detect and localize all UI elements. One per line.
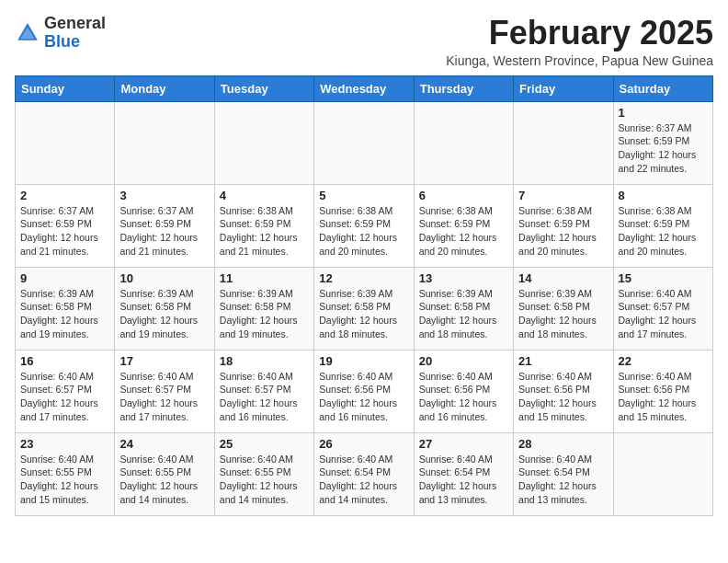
day-info: Sunrise: 6:38 AM Sunset: 6:59 PM Dayligh… bbox=[619, 204, 708, 259]
day-of-week-wednesday: Wednesday bbox=[314, 75, 414, 101]
calendar-cell: 14Sunrise: 6:39 AM Sunset: 6:58 PM Dayli… bbox=[514, 267, 613, 350]
day-number: 9 bbox=[20, 271, 109, 285]
calendar-cell: 26Sunrise: 6:40 AM Sunset: 6:54 PM Dayli… bbox=[314, 432, 414, 515]
day-number: 1 bbox=[619, 106, 708, 120]
day-number: 5 bbox=[319, 189, 408, 202]
day-info: Sunrise: 6:39 AM Sunset: 6:58 PM Dayligh… bbox=[220, 287, 309, 341]
day-info: Sunrise: 6:40 AM Sunset: 6:56 PM Dayligh… bbox=[419, 370, 508, 424]
day-number: 19 bbox=[319, 354, 408, 368]
calendar-table: SundayMondayTuesdayWednesdayThursdayFrid… bbox=[15, 75, 713, 516]
day-of-week-saturday: Saturday bbox=[613, 75, 712, 101]
day-info: Sunrise: 6:39 AM Sunset: 6:58 PM Dayligh… bbox=[518, 287, 608, 341]
calendar-cell bbox=[414, 101, 513, 184]
day-info: Sunrise: 6:40 AM Sunset: 6:54 PM Dayligh… bbox=[319, 453, 408, 507]
week-row-3: 9Sunrise: 6:39 AM Sunset: 6:58 PM Daylig… bbox=[16, 267, 713, 350]
calendar-cell: 18Sunrise: 6:40 AM Sunset: 6:57 PM Dayli… bbox=[214, 350, 313, 432]
day-info: Sunrise: 6:40 AM Sunset: 6:57 PM Dayligh… bbox=[119, 370, 209, 424]
day-info: Sunrise: 6:40 AM Sunset: 6:57 PM Dayligh… bbox=[20, 370, 109, 424]
day-info: Sunrise: 6:38 AM Sunset: 6:59 PM Dayligh… bbox=[220, 204, 309, 259]
week-row-1: 1Sunrise: 6:37 AM Sunset: 6:59 PM Daylig… bbox=[16, 101, 713, 184]
day-info: Sunrise: 6:40 AM Sunset: 6:56 PM Dayligh… bbox=[319, 370, 408, 424]
calendar-cell bbox=[514, 101, 613, 184]
day-number: 7 bbox=[518, 189, 608, 202]
calendar-cell: 21Sunrise: 6:40 AM Sunset: 6:56 PM Dayli… bbox=[514, 350, 613, 432]
logo-icon bbox=[15, 20, 40, 46]
calendar-cell: 20Sunrise: 6:40 AM Sunset: 6:56 PM Dayli… bbox=[414, 350, 513, 432]
calendar-cell: 2Sunrise: 6:37 AM Sunset: 6:59 PM Daylig… bbox=[16, 184, 115, 267]
day-info: Sunrise: 6:37 AM Sunset: 6:59 PM Dayligh… bbox=[20, 204, 109, 259]
day-number: 10 bbox=[119, 271, 209, 285]
calendar-cell: 28Sunrise: 6:40 AM Sunset: 6:54 PM Dayli… bbox=[514, 432, 613, 515]
calendar-cell bbox=[613, 432, 712, 515]
day-info: Sunrise: 6:37 AM Sunset: 6:59 PM Dayligh… bbox=[619, 121, 708, 176]
week-row-5: 23Sunrise: 6:40 AM Sunset: 6:55 PM Dayli… bbox=[16, 432, 713, 515]
logo-blue: Blue bbox=[44, 32, 80, 51]
day-number: 25 bbox=[220, 437, 309, 451]
day-info: Sunrise: 6:40 AM Sunset: 6:57 PM Dayligh… bbox=[619, 287, 708, 341]
day-info: Sunrise: 6:37 AM Sunset: 6:59 PM Dayligh… bbox=[119, 204, 209, 259]
day-number: 28 bbox=[518, 437, 608, 451]
day-of-week-thursday: Thursday bbox=[414, 75, 513, 101]
day-number: 17 bbox=[119, 354, 209, 368]
calendar-cell bbox=[214, 101, 313, 184]
calendar-cell: 9Sunrise: 6:39 AM Sunset: 6:58 PM Daylig… bbox=[16, 267, 115, 350]
day-info: Sunrise: 6:40 AM Sunset: 6:56 PM Dayligh… bbox=[518, 370, 608, 424]
day-number: 8 bbox=[619, 189, 708, 202]
calendar-cell: 13Sunrise: 6:39 AM Sunset: 6:58 PM Dayli… bbox=[414, 267, 513, 350]
logo: General Blue bbox=[15, 15, 106, 52]
days-of-week-row: SundayMondayTuesdayWednesdayThursdayFrid… bbox=[16, 75, 713, 101]
calendar-cell bbox=[314, 101, 414, 184]
calendar-cell: 3Sunrise: 6:37 AM Sunset: 6:59 PM Daylig… bbox=[115, 184, 214, 267]
calendar-cell: 19Sunrise: 6:40 AM Sunset: 6:56 PM Dayli… bbox=[314, 350, 414, 432]
calendar-cell bbox=[16, 101, 115, 184]
day-info: Sunrise: 6:38 AM Sunset: 6:59 PM Dayligh… bbox=[419, 204, 508, 259]
calendar-cell: 15Sunrise: 6:40 AM Sunset: 6:57 PM Dayli… bbox=[613, 267, 712, 350]
day-number: 20 bbox=[419, 354, 508, 368]
page-header: General Blue February 2025 Kiunga, Weste… bbox=[15, 15, 713, 68]
day-info: Sunrise: 6:40 AM Sunset: 6:54 PM Dayligh… bbox=[518, 453, 608, 507]
day-of-week-friday: Friday bbox=[514, 75, 613, 101]
calendar-cell: 7Sunrise: 6:38 AM Sunset: 6:59 PM Daylig… bbox=[514, 184, 613, 267]
day-of-week-monday: Monday bbox=[115, 75, 214, 101]
day-info: Sunrise: 6:38 AM Sunset: 6:59 PM Dayligh… bbox=[518, 204, 608, 259]
day-info: Sunrise: 6:39 AM Sunset: 6:58 PM Dayligh… bbox=[419, 287, 508, 341]
day-number: 27 bbox=[419, 437, 508, 451]
calendar-cell bbox=[115, 101, 214, 184]
day-number: 14 bbox=[518, 271, 608, 285]
calendar-cell: 24Sunrise: 6:40 AM Sunset: 6:55 PM Dayli… bbox=[115, 432, 214, 515]
week-row-2: 2Sunrise: 6:37 AM Sunset: 6:59 PM Daylig… bbox=[16, 184, 713, 267]
day-number: 2 bbox=[20, 189, 109, 202]
day-info: Sunrise: 6:40 AM Sunset: 6:55 PM Dayligh… bbox=[119, 453, 209, 507]
calendar-body: 1Sunrise: 6:37 AM Sunset: 6:59 PM Daylig… bbox=[16, 101, 713, 515]
day-number: 22 bbox=[619, 354, 708, 368]
location-subtitle: Kiunga, Western Province, Papua New Guin… bbox=[446, 53, 713, 68]
week-row-4: 16Sunrise: 6:40 AM Sunset: 6:57 PM Dayli… bbox=[16, 350, 713, 432]
day-number: 12 bbox=[319, 271, 408, 285]
day-number: 6 bbox=[419, 189, 508, 202]
day-info: Sunrise: 6:40 AM Sunset: 6:54 PM Dayligh… bbox=[419, 453, 508, 507]
calendar-header: SundayMondayTuesdayWednesdayThursdayFrid… bbox=[16, 75, 713, 101]
day-info: Sunrise: 6:39 AM Sunset: 6:58 PM Dayligh… bbox=[119, 287, 209, 341]
day-number: 21 bbox=[518, 354, 608, 368]
day-of-week-sunday: Sunday bbox=[16, 75, 115, 101]
day-number: 3 bbox=[119, 189, 209, 202]
logo-text: General Blue bbox=[44, 15, 106, 52]
day-number: 24 bbox=[119, 437, 209, 451]
day-number: 23 bbox=[20, 437, 109, 451]
day-number: 4 bbox=[220, 189, 309, 202]
title-block: February 2025 Kiunga, Western Province, … bbox=[446, 15, 713, 68]
calendar-cell: 17Sunrise: 6:40 AM Sunset: 6:57 PM Dayli… bbox=[115, 350, 214, 432]
day-info: Sunrise: 6:38 AM Sunset: 6:59 PM Dayligh… bbox=[319, 204, 408, 259]
calendar-cell: 10Sunrise: 6:39 AM Sunset: 6:58 PM Dayli… bbox=[115, 267, 214, 350]
calendar-cell: 5Sunrise: 6:38 AM Sunset: 6:59 PM Daylig… bbox=[314, 184, 414, 267]
calendar-cell: 22Sunrise: 6:40 AM Sunset: 6:56 PM Dayli… bbox=[613, 350, 712, 432]
day-info: Sunrise: 6:39 AM Sunset: 6:58 PM Dayligh… bbox=[20, 287, 109, 341]
calendar-cell: 11Sunrise: 6:39 AM Sunset: 6:58 PM Dayli… bbox=[214, 267, 313, 350]
day-info: Sunrise: 6:39 AM Sunset: 6:58 PM Dayligh… bbox=[319, 287, 408, 341]
day-info: Sunrise: 6:40 AM Sunset: 6:57 PM Dayligh… bbox=[220, 370, 309, 424]
calendar-cell: 8Sunrise: 6:38 AM Sunset: 6:59 PM Daylig… bbox=[613, 184, 712, 267]
day-number: 13 bbox=[419, 271, 508, 285]
day-number: 16 bbox=[20, 354, 109, 368]
calendar-cell: 27Sunrise: 6:40 AM Sunset: 6:54 PM Dayli… bbox=[414, 432, 513, 515]
logo-general: General bbox=[44, 14, 106, 32]
